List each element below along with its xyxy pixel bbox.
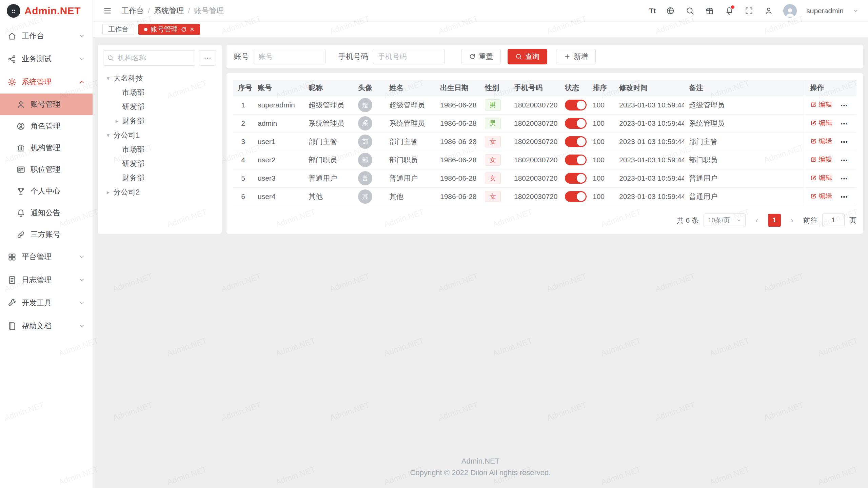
app-logo-icon	[7, 4, 20, 18]
status-switch[interactable]	[565, 155, 587, 165]
caret-down-icon[interactable]: ▾	[103, 75, 113, 82]
close-icon[interactable]: ×	[190, 26, 194, 33]
sidebar-item-label: 职位管理	[31, 164, 60, 175]
tab-workbench[interactable]: 工作台	[102, 24, 134, 35]
username[interactable]: superadmin	[806, 7, 844, 15]
status-switch[interactable]	[565, 173, 587, 184]
sidebar-item-log[interactable]: 日志管理	[0, 268, 93, 291]
app-logo[interactable]: Admin.NET	[0, 0, 93, 22]
globe-icon[interactable]	[665, 6, 675, 16]
right-column: 账号 手机号码 重置 查询	[226, 45, 863, 234]
cell-actions: 编辑 ⋯	[805, 151, 856, 169]
cell-account: superadmin	[253, 96, 304, 114]
tree-node-label: 研发部	[122, 159, 144, 169]
page-size-select[interactable]: 10条/页	[704, 214, 746, 227]
row-more-button[interactable]: ⋯	[840, 138, 848, 146]
sidebar-item-label: 机构管理	[31, 143, 60, 153]
caret-down-icon[interactable]: ▾	[103, 132, 113, 139]
sidebar-item-notice[interactable]: 通知公告	[0, 202, 93, 224]
sidebar-item-third-party[interactable]: 三方账号	[0, 224, 93, 245]
search-button[interactable]: 查询	[508, 49, 547, 64]
reset-button[interactable]: 重置	[461, 49, 501, 64]
account-input[interactable]	[254, 49, 326, 64]
row-more-button[interactable]: ⋯	[840, 101, 848, 110]
user-avatar[interactable]	[783, 4, 797, 18]
sidebar-item-help[interactable]: 帮助文档	[0, 314, 93, 338]
tree-node-branch1[interactable]: ▾ 分公司1	[103, 128, 216, 142]
chevron-down-icon[interactable]	[853, 8, 859, 14]
font-size-icon[interactable]: Tt	[649, 6, 656, 16]
add-button[interactable]: 新增	[556, 49, 596, 64]
page-number-button[interactable]: 1	[768, 214, 781, 227]
cell-no: 4	[233, 151, 253, 169]
header-actions: Tt superadmin	[649, 4, 859, 18]
fullscreen-icon[interactable]	[744, 6, 754, 16]
breadcrumb-item-system[interactable]: 系统管理	[154, 6, 184, 16]
status-switch[interactable]	[565, 118, 587, 129]
user-icon[interactable]	[764, 6, 774, 16]
row-more-button[interactable]: ⋯	[840, 193, 848, 201]
breadcrumb: 工作台 / 系统管理 / 账号管理	[121, 6, 224, 16]
row-more-button[interactable]: ⋯	[840, 156, 848, 165]
search-icon[interactable]	[685, 6, 695, 16]
edit-button[interactable]: 编辑	[810, 191, 832, 201]
cell-account: user3	[253, 169, 304, 187]
tree-more-button[interactable]: ⋯	[199, 50, 216, 66]
sidebar-item-profile-center[interactable]: 个人中心	[0, 180, 93, 202]
tabs-bar: 工作台 账号管理 ×	[93, 22, 868, 37]
edit-button[interactable]: 编辑	[810, 100, 832, 109]
status-switch[interactable]	[565, 100, 587, 110]
tab-account-mgmt[interactable]: 账号管理 ×	[138, 24, 200, 35]
tree-node-branch2[interactable]: ▸ 分公司2	[103, 185, 216, 199]
edit-button[interactable]: 编辑	[810, 173, 832, 182]
sidebar-item-biz-test[interactable]: 业务测试	[0, 47, 93, 70]
caret-right-icon[interactable]: ▸	[103, 189, 113, 196]
cell-phone: 18020030720	[509, 169, 560, 187]
table-row: 1 superadmin 超级管理员 超 超级管理员 1986-06-28 男 …	[233, 96, 856, 114]
sidebar-item-platform[interactable]: 平台管理	[0, 245, 93, 268]
goto-page-input[interactable]	[822, 214, 845, 227]
hamburger-menu-icon[interactable]	[102, 6, 113, 16]
row-more-button[interactable]: ⋯	[840, 120, 848, 128]
bell-icon[interactable]	[724, 6, 734, 16]
search-icon	[107, 55, 114, 61]
tree-node-dept[interactable]: 市场部	[103, 85, 216, 100]
sidebar-item-org-mgmt[interactable]: 机构管理	[0, 137, 93, 159]
edit-button[interactable]: 编辑	[810, 137, 832, 146]
tree-node-dept[interactable]: 市场部	[103, 142, 216, 157]
breadcrumb-item-account: 账号管理	[194, 6, 224, 16]
cell-nickname: 系统管理员	[304, 114, 353, 133]
sidebar-item-system[interactable]: 系统管理	[0, 70, 93, 94]
org-search-input[interactable]	[103, 50, 195, 66]
tree-node-dept[interactable]: 研发部	[103, 157, 216, 171]
edit-button[interactable]: 编辑	[810, 155, 832, 164]
status-switch[interactable]	[565, 136, 587, 147]
sidebar-item-workbench[interactable]: 工作台	[0, 24, 93, 47]
edit-button[interactable]: 编辑	[810, 118, 832, 127]
gift-icon[interactable]	[705, 6, 715, 16]
row-more-button[interactable]: ⋯	[840, 175, 848, 183]
sidebar-item-role-mgmt[interactable]: 角色管理	[0, 115, 93, 137]
phone-input[interactable]	[373, 49, 445, 64]
prev-page-button[interactable]: ‹	[750, 214, 763, 227]
chevron-down-icon	[78, 300, 85, 306]
sidebar-item-account-mgmt[interactable]: 账号管理	[0, 94, 93, 115]
breadcrumb-item-workbench[interactable]: 工作台	[121, 6, 144, 16]
refresh-icon[interactable]	[181, 26, 187, 33]
tree-node-dept[interactable]: 财务部	[103, 171, 216, 185]
avatar: 系	[358, 116, 372, 130]
caret-right-icon[interactable]: ▸	[112, 118, 122, 125]
table-row: 6 user4 其他 其 其他 1986-06-28 女 18020030720	[233, 187, 856, 206]
col-header-modified: 修改时间	[614, 80, 684, 96]
edit-icon	[810, 120, 817, 126]
status-switch[interactable]	[565, 191, 587, 202]
tree-node-company[interactable]: ▾ 大名科技	[103, 71, 216, 85]
tree-node-dept[interactable]: ▸ 财务部	[103, 114, 216, 128]
phone-label: 手机号码	[338, 52, 368, 62]
sidebar-item-label: 日志管理	[22, 275, 52, 285]
tree-node-dept[interactable]: 研发部	[103, 100, 216, 114]
sidebar-item-devtools[interactable]: 开发工具	[0, 291, 93, 314]
next-page-button[interactable]: ›	[786, 214, 798, 227]
cell-account: user4	[253, 187, 304, 206]
sidebar-item-position-mgmt[interactable]: 职位管理	[0, 159, 93, 180]
